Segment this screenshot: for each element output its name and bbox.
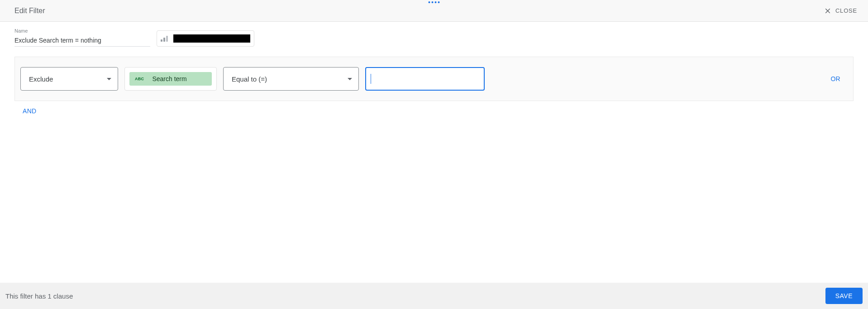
name-label: Name xyxy=(14,28,150,34)
include-exclude-value: Exclude xyxy=(29,75,53,83)
name-block: Name xyxy=(14,28,150,47)
dimension-picker[interactable]: ABC Search term xyxy=(124,67,217,91)
close-label: CLOSE xyxy=(835,7,857,14)
condition-value: Equal to (=) xyxy=(232,75,267,83)
dialog-footer: This filter has 1 clause SAVE xyxy=(0,283,868,309)
add-or-button[interactable]: OR xyxy=(830,75,840,82)
clause-count-status: This filter has 1 clause xyxy=(5,292,73,300)
bar-chart-icon xyxy=(160,35,169,42)
add-and-button[interactable]: AND xyxy=(0,101,36,115)
close-button[interactable]: CLOSE xyxy=(824,7,857,15)
drag-handle-icon[interactable] xyxy=(429,1,440,3)
dialog-header: Edit Filter CLOSE xyxy=(0,0,868,22)
text-type-icon: ABC xyxy=(135,77,144,81)
data-source-name-redacted xyxy=(173,34,250,43)
filter-name-input[interactable] xyxy=(14,35,150,47)
filter-clause: Exclude ABC Search term Equal to (=) OR xyxy=(14,57,854,101)
text-cursor-icon xyxy=(371,74,371,84)
dialog-title: Edit Filter xyxy=(14,7,45,15)
dimension-pill: ABC Search term xyxy=(129,72,212,86)
dimension-label: Search term xyxy=(152,75,186,82)
chevron-down-icon xyxy=(348,78,352,80)
condition-select[interactable]: Equal to (=) xyxy=(223,67,359,91)
close-icon xyxy=(824,7,832,15)
value-input[interactable] xyxy=(372,75,479,83)
save-button[interactable]: SAVE xyxy=(825,288,863,304)
include-exclude-select[interactable]: Exclude xyxy=(20,67,118,91)
filter-meta-row: Name xyxy=(0,22,868,51)
value-input-wrapper[interactable] xyxy=(365,67,485,91)
data-source-chip[interactable] xyxy=(157,30,254,47)
chevron-down-icon xyxy=(107,78,111,80)
